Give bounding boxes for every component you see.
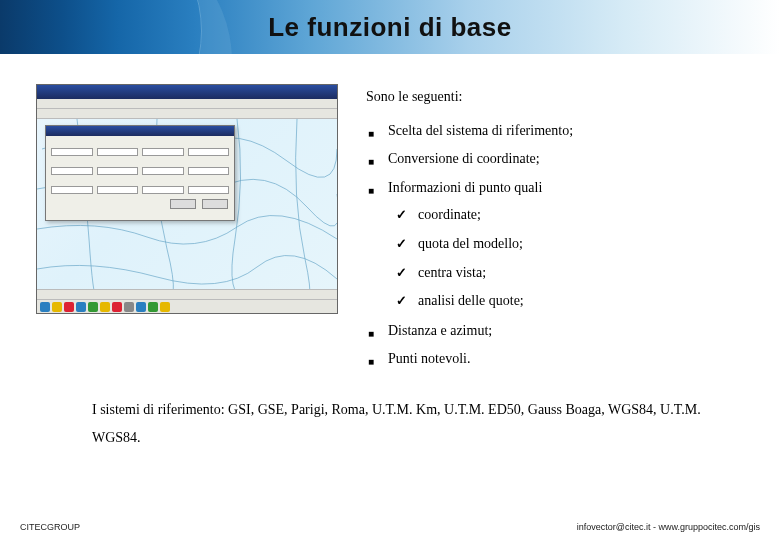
list-item: Informazioni di punto quali coordinate; … <box>388 174 744 317</box>
sub-list-item: analisi delle quote; <box>418 287 744 316</box>
function-list: Sono le seguenti: Scelta del sistema di … <box>366 84 744 374</box>
sub-list-item: centra vista; <box>418 259 744 288</box>
footer: CITECGROUP infovector@citec.it - www.gru… <box>0 522 780 532</box>
content-area: Sono le seguenti: Scelta del sistema di … <box>0 54 780 384</box>
sub-list-item: quota del modello; <box>418 230 744 259</box>
screenshot-thumbnail <box>36 84 338 314</box>
dialog-window <box>45 125 235 221</box>
title-bar: Le funzioni di base <box>0 0 780 54</box>
list-item: Conversione di coordinate; <box>388 145 744 174</box>
footer-left: CITECGROUP <box>20 522 80 532</box>
note-text: I sistemi di riferimento: GSI, GSE, Pari… <box>0 384 780 452</box>
sub-list-item: coordinate; <box>418 201 744 230</box>
list-item: Scelta del sistema di riferimento; <box>388 117 744 146</box>
intro-text: Sono le seguenti: <box>366 84 744 111</box>
list-item: Distanza e azimut; <box>388 317 744 346</box>
list-item: Punti notevoli. <box>388 345 744 374</box>
footer-right: infovector@citec.it - www.gruppocitec.co… <box>577 522 760 532</box>
list-item-label: Informazioni di punto quali <box>388 180 542 195</box>
page-title: Le funzioni di base <box>268 12 512 43</box>
